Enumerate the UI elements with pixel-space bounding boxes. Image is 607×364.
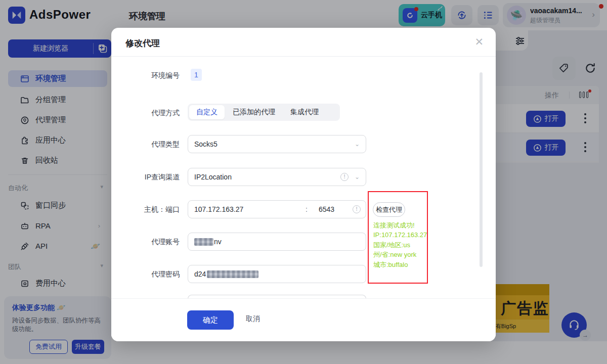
result-line: 州/省:new york	[373, 250, 427, 259]
env-number-label: 环境编号	[111, 71, 180, 80]
modal-scrollbar[interactable]	[480, 72, 483, 267]
tab-integrated-proxy[interactable]: 集成代理	[283, 105, 326, 119]
proxy-test-results: 连接测试成功! IP:107.172.163.27 国家/地区:us 州/省:n…	[373, 220, 427, 269]
proxy-password-input[interactable]: d24	[188, 265, 366, 283]
cancel-button[interactable]: 取消	[246, 314, 260, 324]
ip-channel-select[interactable]: IP2Location ! ⌄	[188, 168, 366, 186]
proxy-type-value: Socks5	[194, 140, 218, 148]
edit-proxy-modal: 修改代理 ✕ 环境编号 1 代理方式 自定义 已添加的代理 集成代理 代理类型 …	[111, 28, 496, 341]
ip-channel-label: IP查询渠道	[111, 173, 180, 182]
proxy-type-select[interactable]: Socks5 ⌄	[188, 135, 366, 153]
port-value: 6543	[319, 205, 334, 213]
ip-channel-value: IP2Location	[194, 173, 232, 181]
tab-custom[interactable]: 自定义	[189, 105, 225, 119]
proxy-password-label: 代理密码	[111, 270, 180, 279]
result-line: 连接测试成功!	[373, 220, 427, 230]
modal-footer: 确定 取消	[111, 298, 496, 341]
password-visible-text: d24	[194, 270, 206, 278]
result-line: 城市:buffalo	[373, 260, 427, 269]
modal-title: 修改代理	[125, 37, 160, 49]
check-proxy-highlight-box: 检查代理 连接测试成功! IP:107.172.163.27 国家/地区:us …	[368, 191, 428, 284]
host-port-label: 主机：端口	[111, 205, 180, 214]
tab-added-proxies[interactable]: 已添加的代理	[226, 105, 282, 119]
censored-text	[194, 238, 213, 246]
env-number-badge: 1	[191, 69, 202, 81]
result-line: IP:107.172.163.27	[373, 230, 427, 240]
info-icon: !	[340, 173, 349, 181]
proxy-mode-tabs: 自定义 已添加的代理 集成代理	[188, 104, 340, 121]
info-icon: !	[353, 205, 361, 213]
confirm-button[interactable]: 确定	[187, 310, 234, 330]
host-port-input[interactable]: 107.172.163.27 : 6543 !	[188, 200, 366, 218]
proxy-type-label: 代理类型	[111, 140, 180, 149]
result-line: 国家/地区:us	[373, 240, 427, 250]
proxy-mode-label: 代理方式	[111, 109, 180, 118]
host-port-separator: :	[306, 205, 308, 213]
chevron-down-icon: ⌄	[355, 173, 360, 180]
host-value: 107.172.163.27	[194, 205, 243, 213]
close-icon[interactable]: ✕	[474, 36, 484, 48]
chevron-down-icon: ⌄	[355, 141, 360, 148]
check-proxy-button[interactable]: 检查代理	[373, 202, 405, 217]
proxy-account-input[interactable]: nv	[188, 233, 366, 251]
censored-text	[207, 270, 258, 278]
app-screen: AdsPower 环境管理 云手机 🛸 vaoacakam14... 超级管理员…	[0, 0, 607, 364]
proxy-account-label: 代理账号	[111, 238, 180, 247]
account-visible-text: nv	[214, 238, 222, 246]
modal-header: 修改代理 ✕	[111, 28, 496, 57]
